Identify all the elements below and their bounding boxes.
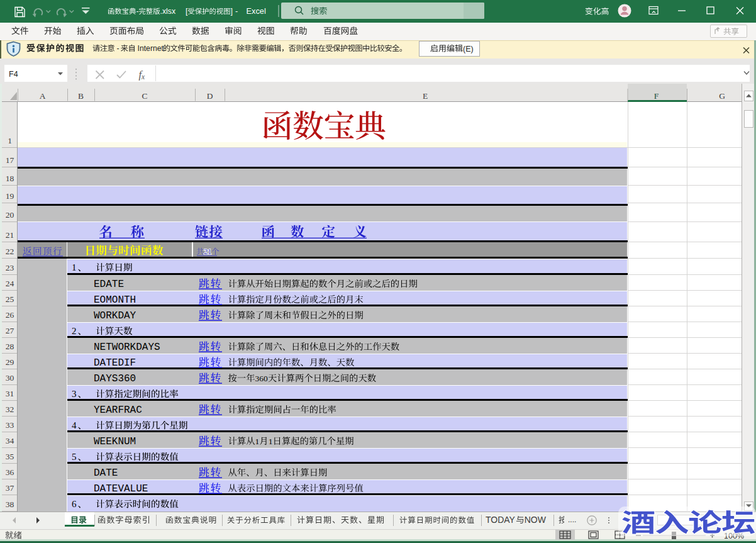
- svg-text:.xlsx: .xlsx: [160, 7, 176, 16]
- svg-text:18: 18: [6, 174, 14, 183]
- svg-text:19: 19: [6, 191, 14, 201]
- svg-text:20: 20: [6, 210, 14, 220]
- svg-text:3: 3: [72, 389, 77, 399]
- svg-text:1: 1: [269, 437, 273, 446]
- svg-text:fx: fx: [139, 69, 146, 81]
- svg-text:NOW: NOW: [525, 515, 547, 525]
- svg-text:(E): (E): [463, 45, 474, 53]
- svg-text:32: 32: [6, 405, 14, 414]
- svg-text:EDATE: EDATE: [94, 279, 124, 290]
- svg-text:5: 5: [72, 452, 77, 462]
- svg-text:D: D: [207, 91, 213, 101]
- svg-text:28: 28: [6, 342, 14, 351]
- svg-text:360: 360: [255, 374, 269, 383]
- svg-text:YEARFRAC: YEARFRAC: [94, 405, 142, 416]
- svg-text:DATEVALUE: DATEVALUE: [94, 483, 148, 495]
- svg-text:Excel: Excel: [247, 6, 266, 16]
- svg-text:24: 24: [6, 279, 14, 288]
- svg-text:]: ]: [231, 7, 233, 16]
- svg-text:2: 2: [72, 326, 77, 336]
- svg-text:-: -: [136, 7, 138, 16]
- svg-text:4: 4: [72, 420, 77, 430]
- svg-text:WEEKNUM: WEEKNUM: [94, 436, 136, 447]
- svg-text:1: 1: [8, 136, 12, 145]
- svg-text:35: 35: [6, 452, 14, 461]
- svg-text:17: 17: [6, 155, 14, 165]
- svg-text:-: -: [114, 44, 121, 53]
- svg-text:E: E: [423, 91, 428, 101]
- svg-text:22: 22: [6, 247, 14, 256]
- svg-text:NETWORKDAYS: NETWORKDAYS: [94, 342, 160, 353]
- svg-text:33: 33: [6, 420, 14, 430]
- svg-text:6: 6: [72, 499, 77, 509]
- svg-text:26: 26: [6, 310, 14, 320]
- svg-text:C: C: [142, 91, 147, 101]
- svg-text:DATE: DATE: [94, 467, 118, 479]
- svg-text:DATEDIF: DATEDIF: [94, 357, 136, 369]
- svg-text:1: 1: [72, 262, 77, 272]
- svg-text:29: 29: [6, 357, 14, 367]
- svg-text:....: ....: [568, 515, 576, 524]
- svg-text:G: G: [719, 91, 725, 101]
- svg-text:36: 36: [6, 467, 14, 477]
- svg-text:21: 21: [6, 230, 14, 240]
- svg-text:F4: F4: [9, 70, 18, 79]
- svg-text:F: F: [654, 91, 659, 101]
- svg-text:34: 34: [6, 436, 14, 445]
- svg-text:25: 25: [6, 294, 14, 304]
- svg-text:-: -: [235, 6, 238, 16]
- svg-text:DAYS360: DAYS360: [94, 373, 136, 384]
- svg-text:37: 37: [6, 483, 14, 493]
- svg-text:[: [: [186, 7, 188, 16]
- svg-text:23: 23: [6, 263, 14, 272]
- svg-text:TODAY: TODAY: [486, 515, 516, 525]
- svg-text:1: 1: [255, 437, 260, 446]
- svg-text:WORKDAY: WORKDAY: [94, 310, 136, 322]
- svg-text:38: 38: [6, 500, 14, 509]
- svg-text:30: 30: [6, 373, 14, 383]
- svg-text:EOMONTH: EOMONTH: [94, 294, 136, 306]
- svg-text:21: 21: [204, 247, 211, 256]
- svg-text:Internet: Internet: [135, 44, 165, 53]
- svg-text:31: 31: [6, 389, 14, 398]
- svg-text:B: B: [78, 91, 84, 101]
- svg-text:27: 27: [6, 326, 14, 335]
- svg-text:A: A: [40, 91, 46, 101]
